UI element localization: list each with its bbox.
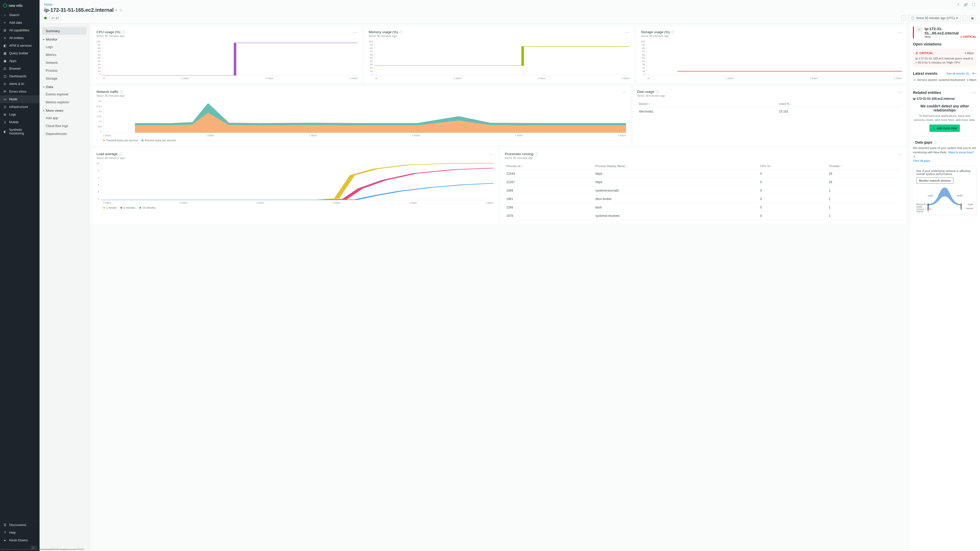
card-menu-icon[interactable]: ⋯	[489, 152, 493, 157]
subnav-cloud-flow-logs[interactable]: Cloud flow logs	[42, 122, 86, 130]
subnav-metrics[interactable]: Metrics	[42, 51, 86, 59]
time-next-button[interactable]: ›	[963, 15, 967, 21]
add-more-data-button[interactable]: ＋ Add more data	[929, 124, 960, 132]
table-row[interactable]: 1961dbus-broker01	[505, 195, 901, 203]
subnav-storage[interactable]: Storage	[42, 75, 86, 83]
chevron-down-icon: ▾	[43, 86, 45, 88]
nav-mobile[interactable]: ▯Mobile	[0, 118, 40, 126]
table-row[interactable]: 1976systemd-resolved01	[505, 212, 901, 220]
nav-apps[interactable]: ▣Apps	[0, 57, 40, 65]
subnav-metrics-explorer[interactable]: Metrics explorer	[42, 98, 86, 106]
favorite-star-icon[interactable]: ☆	[119, 8, 123, 13]
link-icon[interactable]: 🔗	[964, 3, 968, 6]
nav-errors-inbox[interactable]: ✉Errors inbox	[0, 88, 40, 95]
nav-apm-services[interactable]: ◧APM & services	[0, 42, 40, 49]
proc-th[interactable]: Threads⇅	[828, 163, 902, 169]
info-icon[interactable]: ?	[934, 141, 937, 144]
stor-chart[interactable]	[646, 40, 902, 76]
help-icon[interactable]: ?	[956, 3, 960, 6]
right-panel[interactable]: ▭ ip-172-31-51...65.ec2.internal Host 1 …	[909, 24, 980, 551]
table-row[interactable]: 1069systemd-journald01	[505, 187, 901, 195]
subnav-network[interactable]: Network	[42, 59, 86, 67]
table-row[interactable]: 22267httpd028	[505, 178, 901, 186]
card-menu-icon[interactable]: ⋯	[625, 30, 630, 35]
table-row[interactable]: 2266bash01	[505, 203, 901, 211]
host-icon: ▭	[916, 27, 922, 32]
nav-query-builder[interactable]: ▦Query builder	[0, 49, 40, 57]
subnav-add-app[interactable]: Add app	[42, 114, 86, 122]
table-row[interactable]: /dev/xvda115.101	[638, 108, 901, 116]
tags-chip[interactable]: 🏷 47	[49, 16, 61, 21]
time-picker-label: Since 30 minutes ago (UTC)	[916, 16, 955, 20]
subnav-group-monitor[interactable]: ▾Monitor	[42, 35, 86, 43]
dashboard-scroll[interactable]: CPU usage (%)i Since 30 minutes ago ⋯ 10…	[89, 24, 909, 551]
add-data-label: Add more data	[937, 127, 957, 130]
gaps-link-all[interactable]: View all gaps	[913, 159, 930, 162]
nav-synthetic-monitoring[interactable]: ◐Synthetic monitoring	[0, 126, 40, 137]
statusbar-url: https://alerts.newrelic.com/accounts/341…	[0, 548, 84, 551]
tag-icon: 🏷	[52, 17, 55, 20]
nav-search[interactable]: ⌕Search	[0, 11, 40, 19]
disk-th-used[interactable]: Used %⇅	[778, 101, 901, 107]
nav-add-data[interactable]: +Add data	[0, 19, 40, 27]
time-picker[interactable]: 🕑 Since 30 minutes ago (UTC) ▾	[908, 15, 961, 21]
breadcrumb[interactable]: Hosts	[44, 3, 52, 6]
nav-footer-help[interactable]: ?Help	[0, 529, 40, 537]
mem-chart[interactable]	[374, 40, 630, 76]
chevron-right-icon[interactable]: ›	[913, 141, 914, 144]
card-menu-icon[interactable]: ⋯	[897, 90, 902, 95]
nav-all-capabilities[interactable]: ⊞All capabilities	[0, 27, 40, 34]
card-menu-icon[interactable]: ⋯	[897, 152, 902, 157]
nav-dashboards[interactable]: ◫Dashboards	[0, 73, 40, 80]
expand-icon[interactable]: ⛶	[971, 3, 975, 6]
proc-th[interactable]: CPU %⇅	[759, 163, 827, 169]
info-icon[interactable]: i	[120, 90, 123, 94]
card-menu-icon[interactable]: ⋯	[897, 30, 902, 35]
time-prev-button[interactable]: ‹	[901, 15, 906, 21]
proc-th[interactable]: Process Id⇅	[505, 163, 594, 169]
proc-table: Process Id⇅Process Display Name⇅CPU %⇅Th…	[505, 162, 902, 221]
subnav-dependencies[interactable]: Dependencies	[42, 130, 86, 138]
card-menu-icon[interactable]: ⋯	[353, 30, 358, 35]
subnav-events-explorer[interactable]: Events explorer	[42, 90, 86, 98]
cpu-chart[interactable]	[102, 40, 358, 76]
subnav-group-more-views[interactable]: ▾More views	[42, 106, 86, 114]
info-icon[interactable]: i	[122, 30, 125, 34]
info-icon[interactable]: i	[119, 152, 123, 156]
filter-icon[interactable]: ⏷▾	[972, 72, 977, 75]
nav-logs[interactable]: ≣Logs	[0, 111, 40, 118]
subnav-logs[interactable]: Logs	[42, 43, 86, 51]
net-chart[interactable]	[103, 100, 626, 133]
subnav-group-data[interactable]: ▾Data	[42, 83, 86, 90]
net-hint-text: See if your underlying network is affect…	[916, 169, 973, 176]
info-icon[interactable]: i	[535, 152, 538, 156]
card-menu-icon[interactable]: ⋯	[622, 90, 626, 95]
brand-logo[interactable]: new relic	[0, 0, 40, 11]
related-menu-icon[interactable]: ⋯	[972, 90, 977, 95]
nav-all-entities[interactable]: ≡All entities	[0, 34, 40, 42]
monitor-network-button[interactable]: Monitor network devices	[916, 178, 953, 184]
nav-footer-discussions[interactable]: ☰Discussions	[0, 521, 40, 529]
nav-hosts[interactable]: ▭Hosts	[0, 95, 40, 103]
subnav-process[interactable]: Process	[42, 67, 86, 75]
disk-th-device[interactable]: Device⇅	[638, 101, 778, 107]
info-icon[interactable]: i	[655, 90, 659, 94]
load-chart[interactable]	[101, 162, 493, 200]
see-all-events-link[interactable]: See all events (1)	[947, 72, 969, 75]
table-row[interactable]: 22544httpd028	[505, 170, 901, 178]
nav-footer-kevin-downs[interactable]: ●Kevin Downs	[0, 537, 40, 544]
violation-card[interactable]: ⚠CRITICAL 1:48pm ip-172-31-51-165.ec2.in…	[913, 49, 977, 67]
grid-toggle-button[interactable]: ▦	[969, 15, 975, 21]
nav-icon: ☰	[3, 523, 6, 527]
subnav-summary[interactable]: Summary	[42, 27, 86, 35]
related-entity[interactable]: ip-172-31-51-165.ec2.internal	[913, 97, 977, 100]
tags-count: 47	[56, 17, 59, 20]
net-title: Network traffic	[97, 90, 118, 94]
nav-alerts-ai[interactable]: ⊙Alerts & AI	[0, 80, 40, 88]
info-icon[interactable]: i	[399, 30, 403, 34]
info-icon[interactable]: i	[671, 30, 675, 34]
proc-th[interactable]: Process Display Name⇅	[594, 163, 759, 169]
nav-infrastructure[interactable]: ⌸Infrastructure	[0, 103, 40, 111]
nav-browser[interactable]: ⊡Browser	[0, 65, 40, 73]
title-dropdown-icon[interactable]: ▾	[116, 9, 117, 11]
